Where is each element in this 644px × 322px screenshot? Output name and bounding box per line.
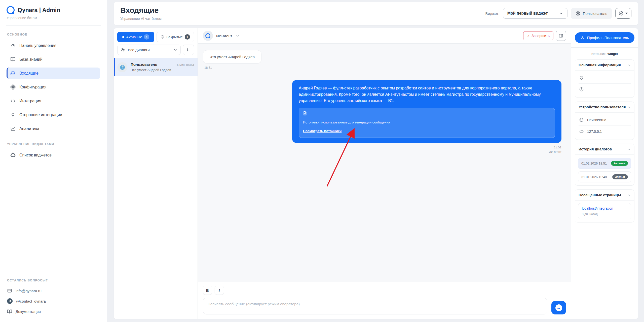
sidebar-item-label: Интеграция [19, 99, 41, 103]
sidebar-item-label: Список виджетов [19, 153, 52, 157]
brand: Qynara | Admin [7, 6, 100, 14]
qynara-logo-icon [7, 6, 15, 14]
conversation-list-item[interactable]: Пользователь 5 мин. назад Что умеет Андр… [114, 58, 198, 76]
tab-label: Активные [126, 35, 142, 39]
toggle-side-panel-button[interactable] [556, 31, 566, 41]
divider [6, 25, 101, 26]
location-row: — [579, 72, 631, 83]
sidebar: Qynara | Admin Управление ботом ОСНОВНОЕ… [0, 0, 107, 322]
caret-down-icon [625, 13, 628, 14]
dialog-history-card: История диалогов 01.02.2026 18:51 Активе… [575, 144, 634, 186]
source-line: Источник:widget [575, 52, 634, 56]
qynara-logo-icon [205, 33, 210, 38]
settings-menu-button[interactable] [615, 8, 631, 19]
sidebar-item-knowledge-base[interactable]: База знаний [7, 54, 100, 65]
sidebar-item-dashboard[interactable]: Панель управления [7, 40, 100, 51]
visited-page-item[interactable]: localhost/integration 3 дн. назад [578, 203, 631, 219]
sidebar-item-label: Входящие [19, 71, 39, 76]
card-title: История диалогов [579, 147, 612, 151]
tab-closed-conversations[interactable]: Закрытые 1 [157, 32, 194, 42]
source-label: Источник: [591, 52, 606, 56]
telegram-icon [7, 298, 13, 304]
sort-descending-icon [186, 48, 191, 52]
chevron-up-icon[interactable] [627, 147, 631, 151]
count-badge: 1 [144, 34, 149, 40]
ip-value: 127.0.0.1 [587, 130, 602, 134]
footer-item-label: Документация [16, 309, 41, 314]
conversation-tabs: Активные 1 Закрытые 1 [114, 28, 198, 42]
page-subtitle: Управление AI чат-ботом [120, 17, 162, 21]
gauge-icon [10, 43, 16, 48]
ai-message-time: 18:51 [549, 145, 561, 150]
sidebar-item-configuration[interactable]: Конфигурация [7, 81, 100, 93]
agent-selector[interactable]: ИИ-агент [203, 31, 240, 41]
conversation-item-body: Пользователь 5 мин. назад Что умеет Андр… [131, 62, 194, 72]
format-toolbar: B I [203, 286, 566, 295]
finish-conversation-button[interactable]: ✓ Завершить [523, 31, 553, 40]
footer-item-email[interactable]: info@qynara.ru [7, 286, 100, 296]
page-header-right: Виджет: Мой первый виджет Пользователь [485, 8, 631, 19]
chevron-down-icon [173, 48, 177, 52]
sources-box: Источники, использованные для генерации … [299, 108, 555, 138]
clock-icon [579, 87, 584, 92]
sidebar-item-integration[interactable]: Интеграция [7, 95, 100, 107]
sort-button[interactable] [183, 45, 194, 55]
sidebar-item-label: Панель управления [19, 43, 56, 48]
chevron-up-icon[interactable] [627, 105, 631, 109]
card-title: Устройство пользователя [579, 105, 626, 109]
sidebar-item-analytics[interactable]: Аналитика [7, 123, 100, 134]
sidebar-item-label: Сторонние интеграции [19, 113, 62, 117]
history-entry[interactable]: 31.01.2026 15:48 Закрыт [578, 171, 631, 182]
footer-item-telegram[interactable]: @contact_qynara [7, 296, 100, 306]
send-button[interactable]: → [551, 301, 566, 314]
chat-panel: ИИ-агент ✓ Завершить Что умеет [198, 28, 571, 319]
inbox-content: Активные 1 Закрытые 1 Все диалоги [114, 28, 638, 319]
sidebar-item-label: База знаний [19, 57, 43, 62]
sidebar-footer: ОСТАЛИСЬ ВОПРОСЫ? info@qynara.ru @contac… [7, 267, 100, 316]
visited-page-link[interactable]: localhost/integration [582, 206, 627, 210]
message-input[interactable] [203, 298, 547, 314]
view-sources-link[interactable]: Посмотреть источники [303, 129, 342, 133]
sidebar-item-inbox[interactable]: Входящие [7, 68, 100, 79]
chat-header: ИИ-агент ✓ Завершить [198, 28, 571, 44]
dialog-filter-select[interactable]: Все диалоги [117, 45, 181, 55]
sidebar-item-third-party-integrations[interactable]: Сторонние интеграции [7, 109, 100, 120]
browser-row: Неизвестно [579, 114, 631, 125]
user-profile-panel: Профиль Пользователь Источник:widget Осн… [571, 28, 638, 319]
code-icon [10, 98, 16, 104]
agent-avatar [203, 31, 213, 41]
conversation-name: Пользователь [131, 62, 157, 67]
footer-item-documentation[interactable]: Документация [7, 306, 100, 316]
map-pin-icon [579, 75, 584, 80]
page-header: Входящие Управление AI чат-ботом Виджет:… [114, 2, 638, 25]
dot-icon [122, 36, 124, 38]
chevron-up-icon[interactable] [627, 193, 631, 197]
chevron-up-icon[interactable] [627, 63, 631, 67]
ai-message-text: Андрей Годяев — фулл-стек разработчик с … [299, 85, 555, 104]
book-open-icon [7, 309, 12, 314]
ai-message-meta: 18:51 ИИ агент [549, 145, 561, 154]
divider [571, 47, 638, 48]
bold-button[interactable]: B [203, 286, 212, 295]
sidebar-section-main: ОСНОВНОЕ [7, 33, 100, 36]
plug-icon [10, 112, 16, 117]
cloud-icon [579, 129, 584, 134]
visited-page-time: 3 дн. назад [582, 212, 627, 216]
ip-row: 127.0.0.1 [579, 125, 631, 137]
tab-active-conversations[interactable]: Активные 1 [117, 32, 154, 42]
page-header-left: Входящие Управление AI чат-ботом [120, 6, 162, 21]
italic-button[interactable]: I [215, 286, 224, 295]
profile-user-button[interactable]: Профиль Пользователь [575, 32, 634, 43]
history-entry[interactable]: 01.02.2026 18:51 Активен [578, 158, 631, 169]
user-message-time: 18:51 [204, 66, 566, 70]
basic-info-card: Основная информация — — [575, 59, 634, 98]
profile-button-label: Профиль Пользователь [587, 36, 629, 40]
book-open-icon [10, 57, 16, 62]
sidebar-item-widget-list[interactable]: Список виджетов [7, 149, 100, 161]
footer-item-label: @contact_qynara [16, 299, 46, 303]
widget-select[interactable]: Мой первый виджет [503, 8, 567, 19]
sidebar-item-label: Аналитика [19, 126, 39, 131]
user-menu-button[interactable]: Пользователь [571, 8, 612, 19]
columns-icon [559, 34, 563, 38]
annotation-red-arrow-icon [198, 44, 571, 282]
